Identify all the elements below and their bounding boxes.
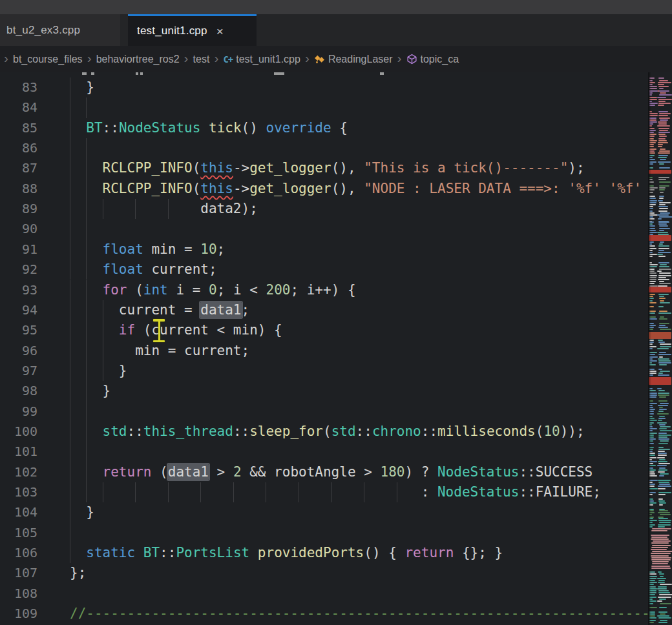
code-line-103[interactable]: 103 : NodeStatus::FAILURE; bbox=[0, 482, 648, 503]
line-number[interactable]: 87 bbox=[0, 158, 37, 178]
line-number[interactable]: 96 bbox=[0, 341, 37, 361]
code-line-96[interactable]: 96 min = current; bbox=[0, 341, 648, 362]
line-number[interactable]: 107 bbox=[0, 563, 37, 583]
minimap-row bbox=[658, 435, 671, 436]
minimap-row bbox=[659, 352, 666, 353]
minimap-row bbox=[649, 526, 653, 528]
code-line-93[interactable]: 93 for (int i = 0; i < 200; i++) { bbox=[0, 280, 648, 301]
code-line-91[interactable]: 91 float min = 10; bbox=[0, 240, 648, 260]
code-line-107[interactable]: 107}; bbox=[0, 563, 648, 584]
minimap-row bbox=[651, 538, 669, 540]
code-line-86[interactable]: 86 bbox=[0, 138, 648, 159]
minimap-row bbox=[649, 599, 653, 600]
line-number[interactable]: 86 bbox=[0, 138, 37, 158]
line-number[interactable]: 89 bbox=[0, 199, 37, 219]
code-editor[interactable]: 83 }8485 BT::NodeStatus tick() override … bbox=[0, 72, 648, 625]
code-line-85[interactable]: 85 BT::NodeStatus tick() override { bbox=[0, 118, 648, 139]
code-line-94[interactable]: 94 current = data1; bbox=[0, 300, 648, 321]
code-line-88[interactable]: 88 RCLCPP_INFO(this->get_logger(), "NODE… bbox=[0, 179, 648, 200]
minimap-row bbox=[649, 144, 654, 145]
line-number[interactable]: 103 bbox=[0, 482, 37, 502]
minimap-row bbox=[649, 440, 653, 442]
code-line-105[interactable]: 105 bbox=[0, 523, 648, 544]
minimap-row bbox=[649, 84, 653, 85]
code-line-87[interactable]: 87 RCLCPP_INFO(this->get_logger(), "This… bbox=[0, 158, 648, 179]
breadcrumb-item-ReadingLaser[interactable]: ReadingLaser bbox=[328, 54, 393, 65]
line-number[interactable]: 98 bbox=[0, 381, 37, 401]
line-number[interactable]: 109 bbox=[0, 604, 37, 624]
code-line-97[interactable]: 97 } bbox=[0, 361, 648, 382]
line-number[interactable]: 99 bbox=[0, 402, 37, 422]
line-number[interactable]: 100 bbox=[0, 422, 37, 442]
line-number[interactable]: 90 bbox=[0, 219, 37, 239]
line-number[interactable]: 83 bbox=[0, 77, 37, 97]
minimap-row bbox=[658, 400, 667, 402]
line-number[interactable]: 97 bbox=[0, 361, 37, 381]
tab-bt-u2-ex3[interactable]: bt_u2_ex3.cpp bbox=[0, 14, 120, 46]
code-line-106[interactable]: 106 static BT::PortsList providedPorts()… bbox=[0, 543, 648, 564]
minimap-row bbox=[658, 518, 668, 519]
minimap-row bbox=[649, 494, 653, 495]
line-number[interactable]: 91 bbox=[0, 240, 37, 260]
code-line-109[interactable]: 109//-----------------------------------… bbox=[0, 604, 648, 624]
code-line-92[interactable]: 92 float current; bbox=[0, 260, 648, 280]
minimap-row bbox=[660, 159, 666, 160]
line-number[interactable]: 108 bbox=[0, 584, 37, 604]
code-line-89[interactable]: 89 data2); bbox=[0, 199, 648, 220]
minimap-row bbox=[653, 540, 671, 542]
minimap-row bbox=[649, 262, 652, 263]
line-number[interactable]: 85 bbox=[0, 118, 37, 138]
line-number[interactable]: 92 bbox=[0, 260, 37, 280]
minimap-row bbox=[649, 393, 657, 394]
minimap-row bbox=[649, 360, 657, 362]
code-line-95[interactable]: 95 if (current < min) { bbox=[0, 320, 648, 341]
code-line-83[interactable]: 83 } bbox=[0, 77, 648, 98]
minimap-row bbox=[658, 105, 664, 106]
minimap-row bbox=[658, 498, 663, 500]
code-line-84[interactable]: 84 bbox=[0, 97, 648, 118]
code-line-104[interactable]: 104 } bbox=[0, 502, 648, 523]
breadcrumb-item-behaviortree_ros2[interactable]: behaviortree_ros2 bbox=[96, 54, 180, 65]
breadcrumb-item-bt_course_files[interactable]: bt_course_files bbox=[13, 54, 83, 65]
minimap-row bbox=[649, 138, 654, 139]
code-line-98[interactable]: 98 } bbox=[0, 381, 648, 402]
minimap-row bbox=[649, 294, 655, 295]
code-line-99[interactable]: 99 bbox=[0, 402, 648, 422]
minimap-row bbox=[659, 90, 669, 92]
breadcrumb-item-test[interactable]: test bbox=[193, 54, 210, 65]
minimap[interactable] bbox=[648, 72, 672, 625]
line-number[interactable]: 95 bbox=[0, 320, 37, 340]
line-number[interactable]: 104 bbox=[0, 502, 37, 522]
line-number[interactable]: 84 bbox=[0, 97, 37, 118]
line-number[interactable]: 102 bbox=[0, 462, 37, 482]
line-number[interactable]: 88 bbox=[0, 179, 37, 199]
code-line-102[interactable]: 102 return (data1 > 2 && robotAngle > 18… bbox=[0, 462, 648, 483]
minimap-row bbox=[649, 250, 653, 251]
code-line-108[interactable]: 108 bbox=[0, 584, 648, 604]
minimap-row bbox=[659, 364, 667, 365]
line-number[interactable]: 106 bbox=[0, 543, 37, 563]
line-number[interactable]: 94 bbox=[0, 300, 37, 320]
tab-test-unit1[interactable]: test_unit1.cpp × bbox=[128, 14, 257, 46]
minimap-row bbox=[649, 424, 652, 425]
minimap-row bbox=[659, 396, 667, 398]
minimap-row bbox=[658, 142, 668, 143]
line-number[interactable]: 93 bbox=[0, 280, 37, 300]
code-line-101[interactable]: 101 bbox=[0, 442, 648, 462]
minimap-row bbox=[649, 332, 671, 339]
line-number[interactable]: 101 bbox=[0, 442, 37, 462]
close-icon[interactable]: × bbox=[216, 25, 224, 37]
minimap-row bbox=[649, 603, 653, 604]
code-line-90[interactable]: 90 bbox=[0, 219, 648, 240]
minimap-row bbox=[658, 438, 670, 440]
minimap-row bbox=[649, 418, 655, 419]
breadcrumb-item-test_unit1.cpp[interactable]: test_unit1.cpp bbox=[236, 54, 300, 65]
minimap-row bbox=[658, 390, 665, 391]
minimap-row bbox=[660, 430, 672, 431]
minimap-row bbox=[660, 403, 669, 404]
breadcrumb-item-topic_ca[interactable]: topic_ca bbox=[421, 54, 459, 65]
minimap-row bbox=[649, 403, 657, 404]
line-number[interactable]: 105 bbox=[0, 523, 37, 543]
code-line-100[interactable]: 100 std::this_thread::sleep_for(std::chr… bbox=[0, 422, 648, 442]
minimap-row bbox=[649, 522, 653, 523]
